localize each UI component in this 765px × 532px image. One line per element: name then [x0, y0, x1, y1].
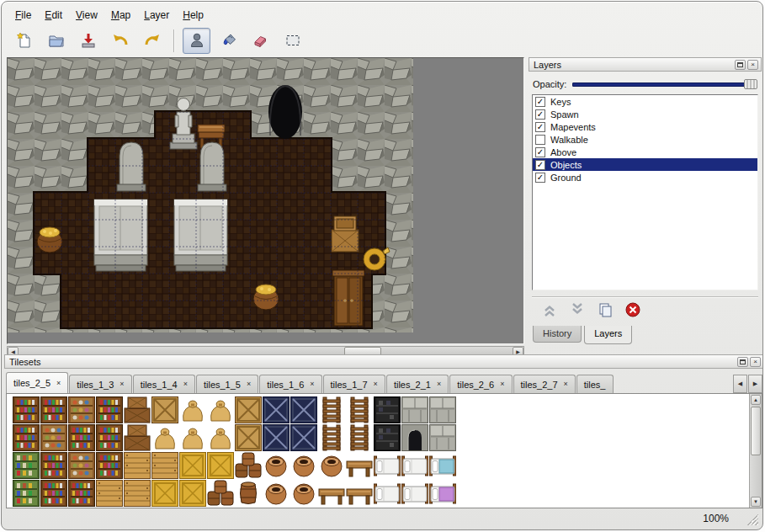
tab-history[interactable]: History [533, 326, 582, 343]
layer-actions-toolbar [532, 296, 758, 322]
close-panel-button[interactable]: × [747, 60, 758, 70]
tab-close-icon[interactable]: × [437, 380, 441, 388]
opacity-slider-handle[interactable] [744, 79, 757, 89]
check-icon: ✓ [537, 98, 544, 106]
map-canvas[interactable] [8, 58, 413, 332]
layer-visibility-checkbox[interactable]: ✓ [535, 160, 545, 170]
tileset-tab-tiles_2_7[interactable]: tiles_2_7 × [513, 375, 576, 393]
tab-label: tiles_2_5 [13, 378, 50, 388]
tab-close-icon[interactable]: × [564, 380, 568, 388]
scroll-up-button[interactable]: ▲ [751, 395, 761, 405]
tilesets-panel-header[interactable]: Tilesets × [4, 354, 763, 369]
opacity-slider-track[interactable] [572, 82, 757, 87]
tab-layers[interactable]: Layers [584, 326, 632, 344]
chevron-down-icon [569, 301, 586, 318]
tileset-canvas[interactable] [9, 395, 459, 508]
tileset-tab-tiles_1_7[interactable]: tiles_1_7 × [323, 375, 385, 393]
tileset-tab-truncated[interactable]: tiles_ [576, 375, 614, 393]
scroll-down-button[interactable]: ▼ [751, 497, 761, 507]
opacity-label: Opacity: [533, 79, 566, 89]
menu-edit[interactable]: Edit [38, 7, 69, 24]
check-icon: ✓ [537, 123, 544, 131]
eraser-icon [252, 31, 270, 50]
tab-close-icon[interactable]: × [310, 380, 314, 388]
layer-row-objects[interactable]: ✓ Objects [533, 158, 757, 171]
layer-visibility-checkbox[interactable] [535, 135, 545, 145]
tab-close-icon[interactable]: × [56, 380, 61, 387]
menu-map[interactable]: Map [104, 7, 137, 24]
layer-row-mapevents[interactable]: ✓ Mapevents [533, 120, 757, 133]
map-viewport[interactable] [7, 57, 524, 344]
layer-row-above[interactable]: ✓ Above [533, 146, 757, 158]
close-panel-button[interactable]: × [750, 357, 761, 367]
tilesets-panel: Tilesets × tiles_2_5 × tiles_1_3 × tiles… [4, 354, 763, 513]
move-layer-down-button[interactable] [567, 300, 587, 320]
layer-row-ground[interactable]: ✓ Ground [533, 171, 757, 184]
tileset-tab-tiles_2_5[interactable]: tiles_2_5 × [6, 372, 68, 393]
menu-help[interactable]: Help [176, 7, 210, 24]
paint-bucket-icon [220, 31, 238, 50]
tileset-tab-tiles_1_3[interactable]: tiles_1_3 × [69, 375, 131, 393]
opacity-slider[interactable] [572, 77, 757, 91]
layer-visibility-checkbox[interactable]: ✓ [535, 147, 545, 157]
fill-tool-button[interactable] [215, 28, 242, 54]
layer-visibility-checkbox[interactable]: ✓ [535, 97, 545, 107]
save-button[interactable] [74, 28, 102, 54]
tileset-tab-tiles_1_5[interactable]: tiles_1_5 × [196, 375, 258, 393]
tab-label: tiles_2_7 [521, 380, 558, 390]
statusbar: 100% [2, 509, 762, 529]
float-panel-button[interactable] [737, 357, 748, 367]
menu-file[interactable]: File [8, 7, 38, 24]
layer-visibility-checkbox[interactable]: ✓ [535, 109, 545, 120]
tileset-tab-tiles_2_1[interactable]: tiles_2_1 × [386, 375, 449, 393]
layer-label: Spawn [550, 109, 579, 120]
vertical-scrollbar-thumb[interactable] [751, 407, 761, 455]
close-icon: × [751, 61, 755, 68]
tab-close-icon[interactable]: × [500, 380, 504, 388]
tab-label: tiles_1_5 [204, 380, 241, 390]
layer-row-walkable[interactable]: Walkable [533, 133, 757, 146]
tab-label: tiles_1_7 [331, 380, 368, 390]
tab-close-icon[interactable]: × [247, 380, 251, 388]
menu-view[interactable]: View [69, 7, 104, 24]
check-icon: ✓ [537, 110, 544, 119]
tileset-vertical-scrollbar[interactable]: ▲ ▼ [749, 394, 762, 508]
place-character-tool-button[interactable] [183, 28, 210, 54]
tileset-tab-tiles_2_6[interactable]: tiles_2_6 × [449, 375, 512, 393]
arrow-right-icon: ▶ [516, 349, 520, 354]
duplicate-layer-button[interactable] [595, 300, 615, 320]
chevron-up-icon [541, 301, 558, 318]
open-button[interactable] [42, 28, 70, 54]
new-file-button[interactable] [10, 28, 38, 54]
tabs-scroll-right-button[interactable]: ▶ [748, 375, 762, 393]
move-layer-up-button[interactable] [539, 300, 560, 320]
close-icon: × [753, 359, 757, 365]
delete-layer-button[interactable] [623, 300, 643, 320]
tabs-scroll-left-button[interactable]: ◀ [733, 375, 747, 393]
layer-visibility-checkbox[interactable]: ✓ [535, 173, 545, 183]
tab-close-icon[interactable]: × [120, 380, 124, 388]
undo-button[interactable] [106, 28, 134, 54]
zoom-level: 100% [703, 513, 729, 524]
tab-label: tiles_1_3 [77, 380, 114, 390]
redo-button[interactable] [138, 28, 166, 54]
tab-label: tiles_2_1 [394, 380, 431, 390]
app-window: File Edit View Map Layer Help [1, 1, 763, 530]
resize-grip[interactable] [746, 513, 758, 525]
tileset-tab-tiles_1_4[interactable]: tiles_1_4 × [133, 375, 195, 393]
eraser-tool-button[interactable] [247, 28, 274, 54]
menu-layer[interactable]: Layer [137, 7, 176, 24]
tab-close-icon[interactable]: × [183, 380, 188, 388]
opacity-row: Opacity: [533, 77, 757, 92]
layers-panel-header[interactable]: Layers × [529, 57, 762, 72]
layer-row-keys[interactable]: ✓ Keys [533, 95, 757, 108]
tab-close-icon[interactable]: × [374, 380, 378, 388]
select-tool-button[interactable] [279, 28, 306, 54]
selection-rectangle-icon [284, 31, 302, 50]
tileset-tab-tiles_1_6[interactable]: tiles_1_6 × [259, 375, 321, 393]
layer-visibility-checkbox[interactable]: ✓ [535, 122, 545, 132]
float-panel-button[interactable] [735, 60, 746, 70]
layer-row-spawn[interactable]: ✓ Spawn [533, 108, 757, 120]
layers-panel-title: Layers [532, 60, 733, 70]
float-icon [740, 359, 746, 364]
